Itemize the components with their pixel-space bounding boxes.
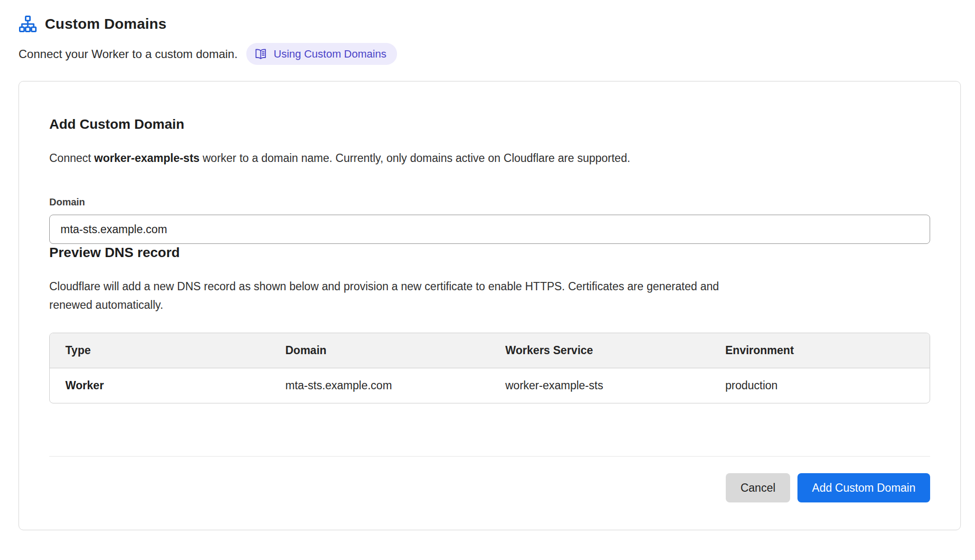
worker-name: worker-example-sts: [94, 152, 199, 164]
cell-environment: production: [710, 368, 930, 403]
table-header-row: Type Domain Workers Service Environment: [50, 333, 930, 368]
sitemap-icon: [19, 15, 37, 33]
preview-dns-heading: Preview DNS record: [49, 244, 930, 261]
page-subtitle: Connect your Worker to a custom domain.: [19, 47, 238, 61]
add-custom-domain-card: Add Custom Domain Connect worker-example…: [19, 81, 961, 530]
cell-domain: mta-sts.example.com: [270, 368, 490, 403]
description-prefix: Connect: [49, 152, 94, 164]
card-title: Add Custom Domain: [49, 116, 930, 133]
domain-field-label: Domain: [49, 197, 930, 208]
docs-link-label: Using Custom Domains: [274, 48, 386, 60]
column-header-domain: Domain: [270, 333, 490, 368]
column-header-type: Type: [50, 333, 270, 368]
cell-type: Worker: [50, 368, 270, 403]
cell-workers-service: worker-example-sts: [490, 368, 710, 403]
card-footer: Cancel Add Custom Domain: [49, 457, 930, 530]
open-book-icon: [254, 47, 267, 60]
dns-preview-table: Type Domain Workers Service Environment …: [49, 333, 930, 403]
table-row: Worker mta-sts.example.com worker-exampl…: [50, 368, 930, 403]
cancel-button[interactable]: Cancel: [726, 473, 790, 502]
card-description: Connect worker-example-sts worker to a d…: [49, 149, 930, 167]
domain-input[interactable]: [49, 215, 930, 244]
preview-dns-description: Cloudflare will add a new DNS record as …: [49, 277, 737, 314]
column-header-environment: Environment: [710, 333, 930, 368]
subtitle-row: Connect your Worker to a custom domain. …: [19, 43, 961, 65]
column-header-workers-service: Workers Service: [490, 333, 710, 368]
docs-link-using-custom-domains[interactable]: Using Custom Domains: [246, 43, 397, 65]
add-custom-domain-button[interactable]: Add Custom Domain: [797, 473, 930, 502]
description-suffix: worker to a domain name. Currently, only…: [199, 152, 630, 164]
title-row: Custom Domains: [19, 15, 961, 33]
custom-domains-page: Custom Domains Connect your Worker to a …: [0, 0, 975, 560]
page-header: Custom Domains Connect your Worker to a …: [19, 15, 961, 65]
page-title: Custom Domains: [45, 16, 167, 32]
